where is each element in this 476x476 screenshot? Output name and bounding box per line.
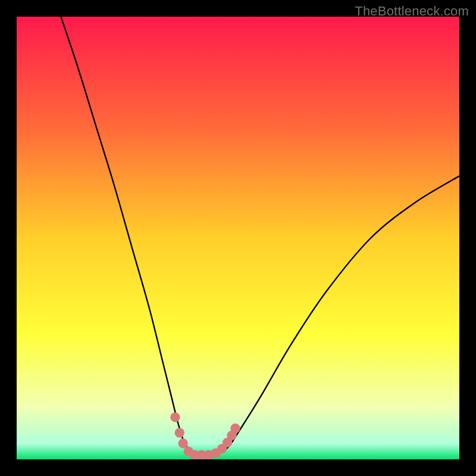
valley-marker [170, 412, 180, 422]
valley-marker [175, 428, 184, 437]
valley-marker [230, 424, 240, 433]
valley-marker [178, 439, 188, 448]
watermark-text: TheBottleneck.com [355, 4, 469, 19]
bottleneck-chart [17, 17, 459, 459]
chart-frame [17, 17, 459, 459]
